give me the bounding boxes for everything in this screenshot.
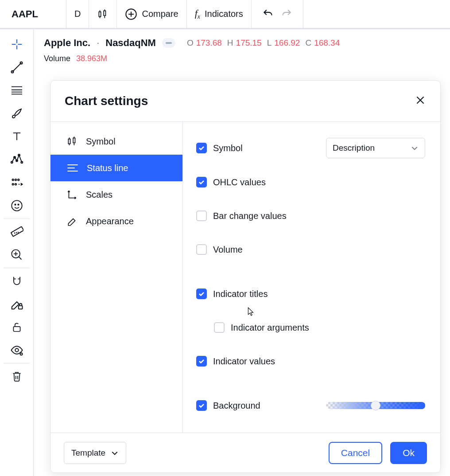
ruler-tool[interactable] [3,220,31,243]
background-checkbox[interactable] [196,400,207,411]
redo-icon [281,8,292,18]
high-value: 175.15 [236,38,262,48]
svg-point-15 [18,204,19,205]
tab-scales[interactable]: Scales [50,181,182,208]
fib-icon [10,85,23,96]
svg-point-9 [15,179,16,181]
plus-circle-icon [125,8,137,20]
magnet-icon [11,275,23,287]
open-value: 173.68 [196,38,222,48]
tab-appearance-label: Appearance [86,216,134,226]
emoji-icon [11,199,23,212]
eye-icon [10,344,23,356]
close-label: C [305,38,311,48]
fib-tool[interactable] [3,79,31,102]
forecast-tool[interactable] [3,171,31,194]
row-indicator-arguments: Indicator arguments [196,318,425,337]
open-label: O [187,38,194,48]
lock-tool[interactable] [3,316,31,339]
separator-dot: · [97,37,99,49]
volume-label: Volume [44,54,70,63]
compare-button[interactable]: Compare [117,0,186,28]
text-icon [11,130,23,143]
chart-settings-dialog: Chart settings Symbol Status line Scales… [50,80,441,473]
trash-icon [11,370,23,382]
close-button[interactable] [415,94,426,108]
tab-status-line[interactable]: Status line [50,155,182,181]
symbol-picker[interactable]: AAPL [0,0,66,28]
trend-line-tool[interactable] [3,56,31,79]
brush-icon [10,107,23,120]
indicator-values-checkbox[interactable] [196,356,207,367]
toolbar-separator [4,363,30,363]
indicator-titles-checkbox[interactable] [196,289,207,299]
symbol-display-select[interactable]: Description [326,138,425,158]
background-opacity-slider[interactable] [326,402,425,409]
candles-icon [66,136,78,147]
background-label: Background [213,401,260,411]
symbol-checkbox[interactable] [196,143,207,153]
text-tool[interactable] [3,125,31,148]
volume-option-label: Volume [213,245,243,255]
exchange-name: NasdaqNM [105,37,156,49]
row-symbol: Symbol Description [196,138,425,158]
dialog-header: Chart settings [50,81,440,121]
close-value: 168.34 [314,38,340,48]
interval-picker[interactable]: D [66,0,89,28]
symbol-label: Symbol [213,143,243,153]
zoom-tool[interactable] [3,243,31,266]
svg-point-10 [18,179,19,181]
undo-icon [262,8,274,18]
dialog-content: Symbol Description OHLC values Bar chang… [182,122,440,433]
chart-style-button[interactable] [89,0,117,28]
drawing-toolbar [0,29,34,476]
indicator-arguments-label: Indicator arguments [231,323,309,333]
slider-thumb[interactable] [371,401,380,410]
svg-point-11 [12,183,14,185]
cancel-label: Cancel [341,448,370,458]
cancel-button[interactable]: Cancel [329,442,382,464]
scales-icon [66,189,78,200]
pencil-lock-icon [10,297,23,311]
bar-change-checkbox[interactable] [196,211,207,221]
visibility-tool[interactable] [3,339,31,362]
delete-tool[interactable] [3,365,31,388]
svg-rect-18 [18,306,22,309]
svg-rect-16 [11,226,23,236]
magnet-tool[interactable] [3,269,31,293]
dialog-title: Chart settings [65,94,148,108]
interval-text: D [74,9,81,19]
emoji-tool[interactable] [3,194,31,217]
tab-symbol[interactable]: Symbol [50,128,182,155]
svg-point-8 [12,179,14,181]
tab-appearance[interactable]: Appearance [50,208,182,234]
crosshair-icon [10,38,23,51]
row-bar-change: Bar change values [196,206,425,226]
crosshair-tool[interactable] [3,33,31,56]
candles-icon [97,8,109,20]
ohlc-checkbox[interactable] [196,177,207,187]
pattern-tool[interactable] [3,148,31,171]
ok-label: Ok [403,448,415,458]
template-button[interactable]: Template [64,442,126,464]
ok-button[interactable]: Ok [390,442,427,464]
lock-drawings-tool[interactable] [3,293,31,316]
status-line-icon [66,163,79,173]
tab-symbol-label: Symbol [86,137,116,147]
indicator-arguments-checkbox[interactable] [214,322,225,333]
volume-checkbox[interactable] [196,244,207,255]
indicators-button[interactable]: fx Indicators [187,0,252,28]
row-indicator-titles: Indicator titles [196,284,425,304]
dialog-footer: Template Cancel Ok [50,433,440,472]
low-label: L [267,38,272,48]
redo-button[interactable] [277,6,296,22]
symbol-select-value: Description [333,143,375,153]
indicators-label: Indicators [205,9,243,19]
history-group [252,0,303,28]
brush-tool[interactable] [3,102,31,125]
toolbar-separator [4,218,30,219]
undo-button[interactable] [259,6,277,22]
forecast-icon [10,176,23,189]
close-icon [415,94,426,106]
row-ohlc: OHLC values [196,172,425,192]
